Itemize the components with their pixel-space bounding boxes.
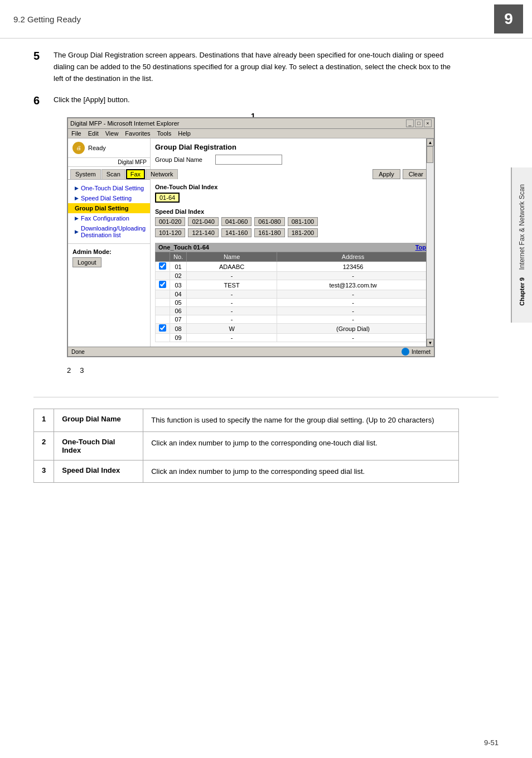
row-checkbox[interactable] <box>159 324 166 332</box>
info-label: One-Touch Dial Index <box>54 431 143 460</box>
row-address: test@123.com.tw <box>277 280 429 290</box>
row-checkbox[interactable] <box>159 262 166 270</box>
annotation-2: 2 <box>67 366 71 375</box>
speed-dial-link[interactable]: Speed Dial Setting <box>81 195 132 202</box>
maximize-btn[interactable]: □ <box>415 119 423 127</box>
info-num: 3 <box>34 460 54 483</box>
chapter-badge: 9 <box>494 4 523 33</box>
dial-table: No. Name Address 01ADAABC12345602--03TES… <box>155 252 429 342</box>
speed-btn-001-020[interactable]: 001-020 <box>155 217 185 226</box>
one-touch-btn-01-64[interactable]: 01-64 <box>155 193 180 203</box>
speed-dial-index-label: Speed Dial Index <box>155 208 429 215</box>
menu-file[interactable]: File <box>71 130 81 137</box>
browser-controls[interactable]: _ □ × <box>406 119 432 127</box>
info-row: 1Group Dial NameThis function is used to… <box>34 409 459 432</box>
row-address: (Group Dial) <box>277 324 429 334</box>
info-label: Speed Dial Index <box>54 460 143 483</box>
browser-menubar: File Edit View Favorites Tools Help <box>68 129 434 138</box>
speed-btn-021-040[interactable]: 021-040 <box>188 217 218 226</box>
row-address: 123456 <box>277 262 429 272</box>
fax-config-link[interactable]: Fax Configuration <box>81 215 129 222</box>
divider <box>33 397 499 397</box>
apply-button[interactable]: Apply <box>373 169 400 179</box>
speed-dial-row-1: 001-020 021-040 041-060 061-080 081-100 <box>155 217 429 227</box>
table-row: 04-- <box>156 290 429 299</box>
speed-btn-061-080[interactable]: 061-080 <box>254 217 284 226</box>
row-address: - <box>277 334 429 342</box>
page-header: 9.2 Getting Ready 9 <box>0 0 532 39</box>
scroll-track <box>427 146 434 339</box>
page-title: 9.2 Getting Ready <box>13 15 81 24</box>
info-row: 3Speed Dial IndexClick an index number t… <box>34 460 459 483</box>
table-row: 03TESTtest@123.com.tw <box>156 280 429 290</box>
scrollbar[interactable]: ▲ ▼ <box>426 138 434 347</box>
one-touch-index-group: One-Touch Dial Index 01-64 <box>155 184 429 204</box>
row-no: 03 <box>170 280 187 290</box>
logout-button[interactable]: Logout <box>72 257 101 267</box>
speed-dial-row-2: 101-120 121-140 141-160 161-180 181-200 <box>155 228 429 238</box>
row-name: - <box>187 272 277 280</box>
speed-btn-081-100[interactable]: 081-100 <box>288 217 318 226</box>
row-name: TEST <box>187 280 277 290</box>
one-touch-link[interactable]: One-Touch Dial Setting <box>81 185 144 191</box>
row-no: 07 <box>170 315 187 324</box>
one-touch-index-btns: 01-64 <box>155 193 429 204</box>
status-internet: Internet <box>402 348 431 356</box>
scroll-up-btn[interactable]: ▲ <box>427 138 434 146</box>
info-desc: Click an index number to jump to the cor… <box>143 431 459 460</box>
info-desc: This function is used to specify the nam… <box>143 409 459 432</box>
speed-btn-041-060[interactable]: 041-060 <box>221 217 252 226</box>
table-row: 09-- <box>156 334 429 342</box>
row-address: - <box>277 272 429 280</box>
speed-btn-101-120[interactable]: 101-120 <box>155 228 185 237</box>
speed-btn-181-200[interactable]: 181-200 <box>288 228 318 237</box>
scroll-thumb[interactable] <box>427 146 433 163</box>
th-checkbox <box>156 252 170 262</box>
speed-dial-index-group: Speed Dial Index 001-020 021-040 041-060… <box>155 208 429 238</box>
info-row: 2One-Touch Dial IndexClick an index numb… <box>34 431 459 460</box>
minimize-btn[interactable]: _ <box>406 119 414 127</box>
sidebar-admin: Admin Mode: Logout <box>68 243 150 272</box>
row-checkbox[interactable] <box>159 281 166 288</box>
step-5-text: The Group Dial Registration screen appea… <box>54 50 457 84</box>
chapter-label-text: Internet Fax & Network Scan <box>518 184 526 270</box>
table-row: 02-- <box>156 272 429 280</box>
sidebar-item-one-touch[interactable]: ▶ One-Touch Dial Setting <box>68 183 150 193</box>
table-row: 08W(Group Dial) <box>156 324 429 334</box>
th-no: No. <box>170 252 187 262</box>
statusbar-done: Done <box>71 349 85 355</box>
sidebar-menu: ▶ One-Touch Dial Setting ▶ Speed Dial Se… <box>68 180 150 243</box>
close-btn[interactable]: × <box>424 119 432 127</box>
menu-edit[interactable]: Edit <box>88 130 99 137</box>
table-top-label[interactable]: Top <box>415 244 426 251</box>
group-dial-label: Group Dial Setting <box>75 205 129 212</box>
browser-body: 🖨 Ready Digital MFP System Scan Fax Netw… <box>68 138 434 347</box>
sidebar-item-group-dial[interactable]: Group Dial Setting <box>68 203 150 213</box>
admin-mode-label: Admin Mode: <box>72 248 146 255</box>
scroll-down-btn[interactable]: ▼ <box>427 339 434 347</box>
tab-fax[interactable]: Fax <box>126 169 145 179</box>
row-name: - <box>187 315 277 324</box>
menu-help[interactable]: Help <box>178 130 191 137</box>
menu-tools[interactable]: Tools <box>157 130 172 137</box>
speed-btn-121-140[interactable]: 121-140 <box>188 228 218 237</box>
speed-btn-141-160[interactable]: 141-160 <box>221 228 252 237</box>
sidebar-item-fax-config[interactable]: ▶ Fax Configuration <box>68 213 150 223</box>
download-link[interactable]: Downloading/Uploading Destination list <box>81 225 146 238</box>
menu-favorites[interactable]: Favorites <box>125 130 150 137</box>
sidebar-item-speed-dial[interactable]: ▶ Speed Dial Setting <box>68 193 150 203</box>
step-6-number: 6 <box>33 94 54 107</box>
page-footer: 9-51 <box>484 738 499 747</box>
speed-btn-161-180[interactable]: 161-180 <box>254 228 284 237</box>
menu-view[interactable]: View <box>105 130 119 137</box>
one-touch-index-label: One-Touch Dial Index <box>155 184 429 190</box>
sidebar-brand: Digital MFP <box>68 158 150 167</box>
tab-system[interactable]: System <box>70 169 101 179</box>
clear-button[interactable]: Clear <box>403 169 429 179</box>
sidebar-item-download[interactable]: ▶ Downloading/Uploading Destination list <box>68 223 150 240</box>
table-row: 01ADAABC123456 <box>156 262 429 272</box>
group-dial-name-input[interactable] <box>215 155 282 165</box>
row-name: - <box>187 334 277 342</box>
tab-scan[interactable]: Scan <box>101 169 125 179</box>
annotation-numbers-row: 2 3 <box>67 366 457 375</box>
